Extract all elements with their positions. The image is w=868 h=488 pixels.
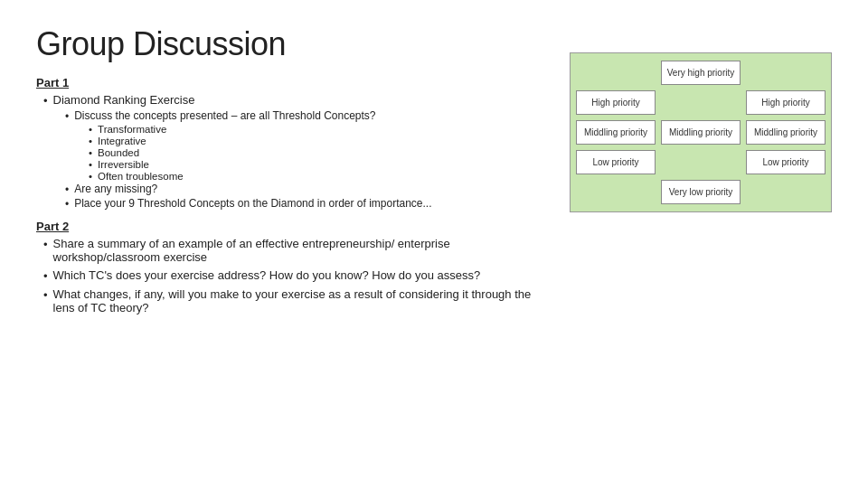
sub1-item-3: • Irreversible [89, 159, 552, 170]
cell-low-priority-2: Low priority [746, 150, 826, 174]
part2-bullets: • Share a summary of an example of an ef… [36, 237, 552, 314]
main-content: Group Discussion Part 1 • Diamond Rankin… [36, 25, 552, 319]
cell-high-priority-1: High priority [576, 90, 656, 115]
diamond-diagram: Very high priority High priority High pr… [570, 52, 832, 319]
part1-sub1: • Discuss the concepts presented – are a… [65, 109, 552, 123]
sub1-item-0: • Transformative [89, 124, 552, 135]
bullet-dot: • [43, 288, 48, 302]
bullet-dot: • [43, 94, 48, 108]
part1-section: Part 1 • Diamond Ranking Exercise • Disc… [36, 76, 552, 211]
part1-sub2: • Are any missing? [65, 183, 552, 196]
part1-label: Part 1 [36, 76, 552, 89]
part2-label: Part 2 [36, 220, 552, 233]
bullet-dot: • [89, 124, 92, 135]
bullet-dot: • [43, 269, 48, 283]
sub1-item-4: • Often troublesome [89, 171, 552, 182]
cell-low-priority-1: Low priority [576, 150, 656, 174]
page-container: Group Discussion Part 1 • Diamond Rankin… [0, 0, 868, 337]
cell-middling-priority-2: Middling priority [661, 120, 741, 145]
part2-bullet-1: • Which TC's does your exercise address?… [43, 268, 552, 283]
bullet-dot: • [89, 136, 92, 146]
cell-high-priority-2: High priority [746, 90, 826, 115]
part2-section: Part 2 • Share a summary of an example o… [36, 220, 552, 314]
bullet-dot: • [65, 183, 69, 196]
part2-bullet-0: • Share a summary of an example of an ef… [43, 237, 552, 264]
part2-bullet-2: • What changes, if any, will you make to… [43, 287, 552, 314]
part1-sub3: • Place your 9 Threshold Concepts on the… [65, 197, 552, 211]
bullet-dot: • [65, 198, 69, 211]
diamond-grid: Very high priority High priority High pr… [570, 52, 832, 212]
cell-middling-priority-1: Middling priority [576, 120, 656, 145]
cell-very-low-priority: Very low priority [661, 180, 741, 204]
sub1-item-2: • Bounded [89, 147, 552, 158]
bullet-dot: • [43, 238, 48, 251]
cell-very-high-priority: Very high priority [661, 61, 741, 85]
bullet-dot: • [89, 159, 92, 170]
page-title: Group Discussion [36, 25, 552, 63]
sub1-item-1: • Integrative [89, 136, 552, 146]
part1-bullet1: • Diamond Ranking Exercise [43, 93, 552, 108]
bullet-dot: • [89, 171, 92, 182]
bullet-dot: • [89, 147, 92, 158]
cell-middling-priority-3: Middling priority [746, 120, 826, 145]
bullet-dot: • [65, 110, 69, 123]
